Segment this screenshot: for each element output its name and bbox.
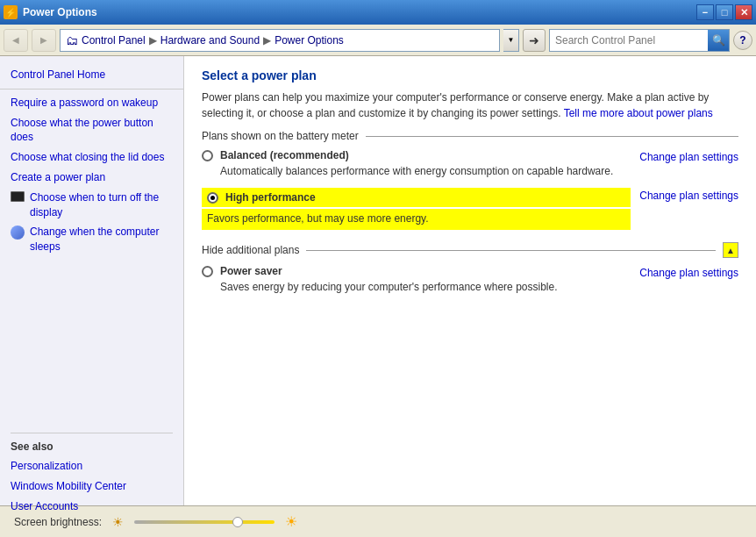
sidebar-require-password[interactable]: Require a password on wakeup xyxy=(0,93,183,113)
address-bar: ◀ ▶ 🗂 Control Panel ▶ Hardware and Sound… xyxy=(0,25,756,56)
plan-power-saver-name: Power saver xyxy=(220,265,282,277)
window-controls: − □ ✕ xyxy=(696,4,752,20)
radio-balanced[interactable] xyxy=(202,150,213,161)
intro-text: Power plans can help you maximize your c… xyxy=(202,90,738,121)
help-button[interactable]: ? xyxy=(733,31,752,50)
plan-high-perf-header: High performance xyxy=(202,188,631,207)
radio-high-performance[interactable] xyxy=(207,192,218,204)
plan-high-perf-settings[interactable]: Change plan settings xyxy=(639,188,738,202)
plan-balanced-desc: Automatically balances performance with … xyxy=(202,163,631,179)
plan-balanced: Balanced (recommended) Automatically bal… xyxy=(202,149,738,179)
sidebar-control-panel-home[interactable]: Control Panel Home xyxy=(0,65,183,85)
search-input[interactable] xyxy=(550,30,708,51)
address-path[interactable]: 🗂 Control Panel ▶ Hardware and Sound ▶ P… xyxy=(60,29,500,52)
folder-icon: 🗂 xyxy=(66,33,78,47)
brightness-slider[interactable] xyxy=(134,520,275,524)
address-dropdown[interactable]: ▼ xyxy=(503,29,519,52)
sidebar-create-plan[interactable]: Create a power plan xyxy=(0,168,183,188)
page-title: Select a power plan xyxy=(202,68,738,82)
back-button[interactable]: ◀ xyxy=(4,29,28,52)
path-power-options[interactable]: Power Options xyxy=(275,34,344,47)
path-hardware-sound[interactable]: Hardware and Sound xyxy=(160,34,260,47)
plan-high-perf-desc: Favors performance, but may use more ene… xyxy=(202,209,631,230)
sidebar-computer-sleeps-link[interactable]: Change when the computer sleeps xyxy=(30,225,173,254)
sidebar-turn-off-display-link[interactable]: Choose when to turn off the display xyxy=(30,190,173,220)
title-bar: ⚡ Power Options − □ ✕ xyxy=(0,0,756,25)
sleep-icon xyxy=(11,226,25,240)
plan-balanced-name: Balanced (recommended) xyxy=(220,149,349,161)
sun-bright-icon: ☀ xyxy=(285,513,297,530)
path-control-panel[interactable]: Control Panel xyxy=(82,34,146,47)
window-title: Power Options xyxy=(23,6,696,18)
sidebar-computer-sleeps[interactable]: Change when the computer sleeps xyxy=(0,222,183,257)
plan-high-perf-name: High performance xyxy=(225,191,316,204)
sun-dim-icon: ☀ xyxy=(112,515,124,529)
plan-power-saver-settings[interactable]: Change plan settings xyxy=(639,265,738,279)
forward-button[interactable]: ▶ xyxy=(32,29,56,52)
intro-link[interactable]: Tell me more about power plans xyxy=(564,107,713,119)
hide-section-header: Hide additional plans ▲ xyxy=(202,242,738,258)
app-icon: ⚡ xyxy=(4,5,18,19)
plan-power-saver-desc: Saves energy by reducing your computer's… xyxy=(202,279,631,295)
collapse-button[interactable]: ▲ xyxy=(723,242,738,258)
sidebar-power-button[interactable]: Choose what the power button does xyxy=(0,113,183,148)
battery-section-header: Plans shown on the battery meter xyxy=(202,130,738,142)
sidebar-turn-off-display[interactable]: Choose when to turn off the display xyxy=(0,188,183,223)
see-also-heading: See also xyxy=(0,433,183,456)
search-button[interactable]: 🔍 xyxy=(708,30,729,51)
sidebar-personalization[interactable]: Personalization xyxy=(0,456,183,476)
sidebar-user-accounts[interactable]: User Accounts xyxy=(0,497,183,517)
minimize-button[interactable]: − xyxy=(696,4,714,20)
search-box: 🔍 xyxy=(549,29,730,52)
close-button[interactable]: ✕ xyxy=(735,4,752,20)
display-icon xyxy=(11,191,25,202)
sidebar-windows-mobility[interactable]: Windows Mobility Center xyxy=(0,476,183,497)
plan-power-saver: Power saver Saves energy by reducing you… xyxy=(202,265,738,295)
main-container: Control Panel Home Require a password on… xyxy=(0,56,756,505)
go-button[interactable]: ➜ xyxy=(523,29,546,52)
sidebar-lid-close[interactable]: Choose what closing the lid does xyxy=(0,147,183,168)
content-area: Select a power plan Power plans can help… xyxy=(184,56,756,505)
maximize-button[interactable]: □ xyxy=(716,4,733,20)
sidebar: Control Panel Home Require a password on… xyxy=(0,56,184,505)
slider-thumb[interactable] xyxy=(232,517,243,527)
plan-high-performance: High performance Favors performance, but… xyxy=(202,188,738,230)
hide-label: Hide additional plans xyxy=(202,244,299,256)
plan-balanced-settings[interactable]: Change plan settings xyxy=(639,149,738,163)
radio-power-saver[interactable] xyxy=(202,266,213,277)
brightness-label: Screen brightness: xyxy=(14,516,102,528)
